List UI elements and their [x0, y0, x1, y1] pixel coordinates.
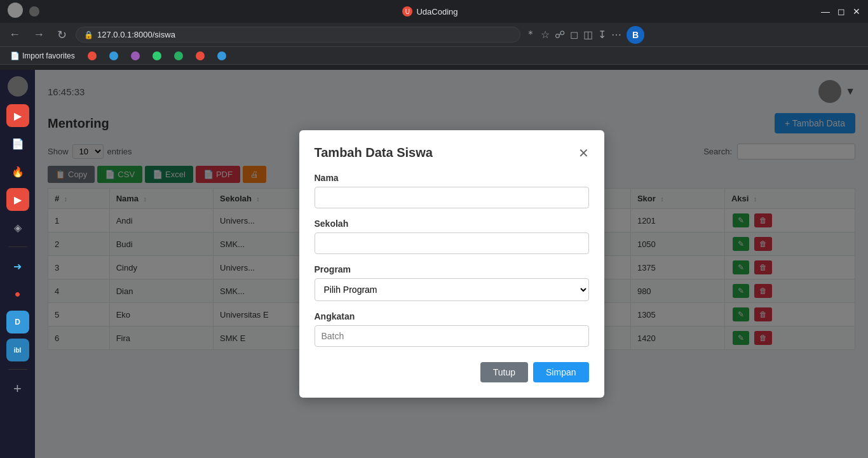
- minimize-button[interactable]: ―: [821, 6, 830, 17]
- sidebar-divider-2: [8, 369, 27, 370]
- modal-overlay: Tambah Data Siswa ✕ Nama Sekolah Program…: [35, 70, 868, 458]
- sidebar-icon-active[interactable]: ▶: [6, 188, 29, 211]
- bookmark-4[interactable]: [147, 50, 166, 62]
- sidebar-icon-arrow[interactable]: ➜: [6, 255, 29, 278]
- angkatan-label: Angkatan: [315, 311, 589, 321]
- browser-title: U UdaCoding: [402, 6, 458, 17]
- tutup-button[interactable]: Tutup: [480, 362, 528, 382]
- collections-icon[interactable]: ☍: [555, 29, 565, 41]
- sidebar-icon-fire[interactable]: 🔥: [6, 160, 29, 183]
- title-bar: U UdaCoding ― ◻ ✕: [0, 0, 868, 23]
- nama-input[interactable]: [315, 187, 589, 208]
- sidebar-user-avatar: [8, 76, 28, 97]
- sekolah-field-group: Sekolah: [315, 219, 589, 254]
- bookmark-3[interactable]: [126, 50, 145, 62]
- import-favorites-label: Import favorites: [22, 51, 75, 60]
- modal-close-button[interactable]: ✕: [578, 147, 589, 159]
- site-favicon: U: [402, 6, 412, 17]
- url-text: 127.0.0.1:8000/siswa: [97, 30, 175, 39]
- refresh-button[interactable]: ↻: [53, 27, 71, 43]
- page-tab-title: UdaCoding: [416, 7, 458, 17]
- sidebar-divider-1: [8, 246, 27, 247]
- forward-button[interactable]: →: [29, 27, 48, 43]
- profile-button[interactable]: B: [627, 26, 644, 44]
- extensions-icon[interactable]: ◻: [570, 29, 578, 41]
- downloads-icon[interactable]: ↧: [598, 29, 606, 41]
- bookmark-1[interactable]: [83, 50, 102, 62]
- import-favorites-btn[interactable]: 📄 Import favorites: [5, 50, 80, 62]
- browser-avatar: [8, 3, 23, 18]
- sidebar-icon-settings[interactable]: ●: [6, 283, 29, 306]
- reading-view-icon[interactable]: ＊: [526, 28, 536, 41]
- modal-header: Tambah Data Siswa ✕: [315, 145, 589, 160]
- maximize-button[interactable]: ◻: [837, 6, 845, 17]
- favorites-icon[interactable]: ☆: [541, 29, 550, 41]
- nama-field-group: Nama: [315, 173, 589, 208]
- address-bar: ← → ↻ 🔒 127.0.0.1:8000/siswa ＊ ☆ ☍ ◻ ◫ ↧…: [0, 23, 868, 47]
- browser-tab-icon: [29, 6, 39, 17]
- main-content: 16:45:33 ▼ Mentoring + Tambah Data Show …: [35, 70, 868, 458]
- modal-title: Tambah Data Siswa: [315, 145, 433, 160]
- modal-dialog: Tambah Data Siswa ✕ Nama Sekolah Program…: [299, 130, 604, 398]
- bookmarks-bar: 📄 Import favorites: [0, 47, 868, 65]
- program-label: Program: [315, 264, 589, 274]
- bookmark-5[interactable]: [169, 50, 188, 62]
- bookmark-6[interactable]: [191, 50, 210, 62]
- split-screen-icon[interactable]: ◫: [583, 29, 593, 41]
- sekolah-input[interactable]: [315, 232, 589, 254]
- program-field-group: Program Pilih Program Flutter Kotlin Web…: [315, 264, 589, 301]
- program-select[interactable]: Pilih Program Flutter Kotlin Web Develop…: [315, 278, 589, 301]
- angkatan-field-group: Angkatan: [315, 311, 589, 347]
- sidebar: ▶ 📄 🔥 ▶ ◈ ➜ ● D ibl +: [0, 70, 35, 458]
- sidebar-icon-youtube[interactable]: ▶: [6, 104, 29, 127]
- modal-footer: Tutup Simpan: [315, 362, 589, 382]
- more-icon[interactable]: ⋯: [611, 29, 621, 41]
- sidebar-icon-d[interactable]: D: [6, 311, 29, 333]
- sekolah-label: Sekolah: [315, 219, 589, 229]
- simpan-button[interactable]: Simpan: [533, 362, 588, 382]
- sidebar-icon-github[interactable]: ◈: [6, 216, 29, 239]
- bookmark-7[interactable]: [212, 50, 231, 62]
- nama-label: Nama: [315, 173, 589, 183]
- sidebar-icon-bl[interactable]: ibl: [6, 339, 29, 361]
- back-button[interactable]: ←: [5, 27, 24, 43]
- url-bar[interactable]: 🔒 127.0.0.1:8000/siswa: [76, 27, 520, 43]
- sidebar-icon-add[interactable]: +: [6, 377, 29, 400]
- bookmark-2[interactable]: [104, 50, 123, 62]
- angkatan-input[interactable]: [315, 325, 589, 347]
- window-controls[interactable]: ― ◻ ✕: [821, 6, 860, 17]
- sidebar-icon-file[interactable]: 📄: [6, 132, 29, 155]
- close-button[interactable]: ✕: [853, 6, 860, 17]
